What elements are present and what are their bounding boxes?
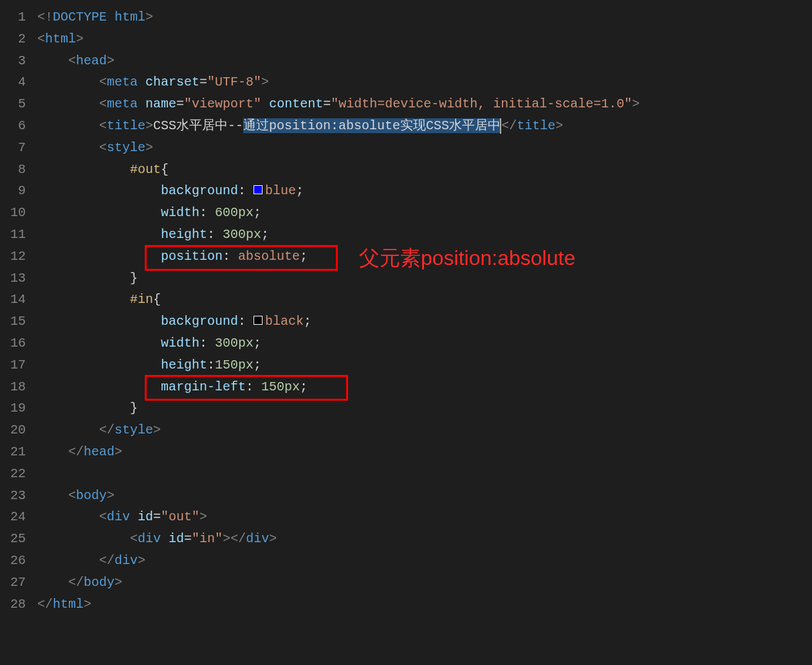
code-line[interactable]: </html> xyxy=(37,594,812,615)
line-number-gutter: 1 2 3 4 5 6 7 8 9 10 11 12 13 14 15 16 1… xyxy=(0,6,37,665)
code-line[interactable]: } xyxy=(37,397,812,419)
line-number: 20 xyxy=(0,419,26,441)
line-number: 23 xyxy=(0,485,26,507)
line-number: 4 xyxy=(0,71,26,93)
line-number: 8 xyxy=(0,159,26,181)
line-number: 14 xyxy=(0,289,26,311)
code-line[interactable]: <meta name="viewport" content="width=dev… xyxy=(37,93,812,115)
line-number: 19 xyxy=(0,397,26,419)
code-line[interactable]: </div> xyxy=(37,550,812,572)
code-line[interactable]: height: 300px; xyxy=(37,224,812,246)
color-swatch-icon xyxy=(254,185,263,194)
code-line[interactable]: </body> xyxy=(37,572,812,594)
code-line[interactable]: <html> xyxy=(37,28,812,50)
line-number: 12 xyxy=(0,246,26,268)
code-line[interactable]: <style> xyxy=(37,137,812,159)
line-number: 13 xyxy=(0,268,26,289)
line-number: 11 xyxy=(0,224,26,246)
code-line[interactable]: #out{ xyxy=(37,159,812,181)
code-line[interactable]: background: blue; xyxy=(37,180,812,202)
line-number: 24 xyxy=(0,506,26,528)
code-line[interactable]: <!DOCTYPE html> xyxy=(37,6,812,28)
code-line[interactable] xyxy=(37,463,812,485)
line-number: 10 xyxy=(0,202,26,224)
code-line[interactable]: background: black; xyxy=(37,311,812,332)
line-number: 22 xyxy=(0,463,26,485)
line-number: 1 xyxy=(0,6,26,28)
line-number: 5 xyxy=(0,93,26,115)
line-number: 3 xyxy=(0,50,26,72)
color-swatch-icon xyxy=(254,316,263,325)
line-number: 17 xyxy=(0,354,26,376)
line-number: 25 xyxy=(0,528,26,550)
code-line[interactable]: #in{ xyxy=(37,289,812,311)
code-line[interactable]: margin-left: 150px; xyxy=(37,376,812,398)
code-line[interactable]: <head> xyxy=(37,50,812,72)
code-line[interactable]: <div id="in"></div> xyxy=(37,528,812,550)
line-number: 6 xyxy=(0,115,26,137)
code-line[interactable]: width: 300px; xyxy=(37,332,812,354)
line-number: 2 xyxy=(0,28,26,50)
code-line[interactable]: <div id="out"> xyxy=(37,506,812,528)
code-editor[interactable]: 1 2 3 4 5 6 7 8 9 10 11 12 13 14 15 16 1… xyxy=(0,0,812,665)
code-line[interactable]: </style> xyxy=(37,419,812,441)
line-number: 21 xyxy=(0,441,26,463)
line-number: 16 xyxy=(0,332,26,354)
line-number: 28 xyxy=(0,594,26,615)
line-number: 15 xyxy=(0,311,26,332)
line-number: 26 xyxy=(0,550,26,572)
code-line[interactable]: <meta charset="UTF-8"> xyxy=(37,71,812,93)
selected-text: 通过position:absolute实现CSS水平居中 xyxy=(243,118,501,133)
code-line[interactable]: <title>CSS水平居中--通过position:absolute实现CSS… xyxy=(37,115,812,137)
line-number: 18 xyxy=(0,376,26,398)
code-line[interactable]: } xyxy=(37,268,812,289)
line-number: 27 xyxy=(0,572,26,594)
code-line[interactable]: <body> xyxy=(37,485,812,507)
code-line[interactable]: width: 600px; xyxy=(37,202,812,224)
code-area[interactable]: <!DOCTYPE html> <html> <head> <meta char… xyxy=(37,6,812,665)
code-line[interactable]: height:150px; xyxy=(37,354,812,376)
line-number: 9 xyxy=(0,180,26,202)
line-number: 7 xyxy=(0,137,26,159)
code-line[interactable]: position: absolute; xyxy=(37,246,812,268)
code-line[interactable]: </head> xyxy=(37,441,812,463)
